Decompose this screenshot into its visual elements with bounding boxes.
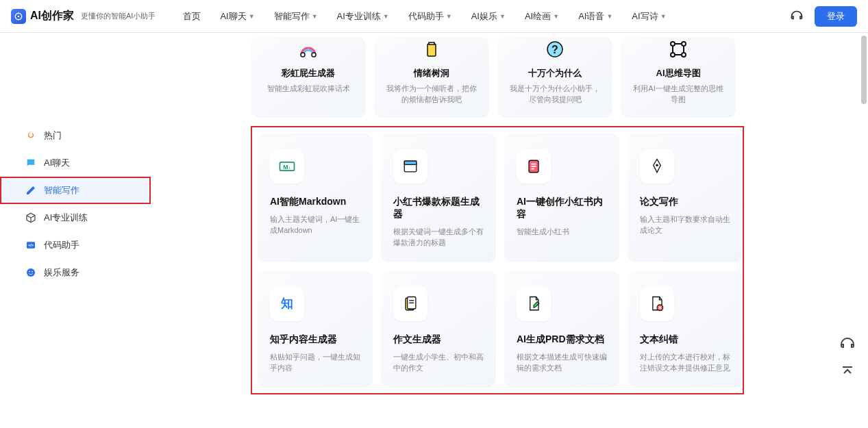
docpen-icon (517, 287, 551, 321)
chevron-down-icon: ▼ (312, 13, 318, 20)
card-title: 小红书爆款标题生成器 (393, 196, 484, 221)
svg-point-25 (656, 164, 658, 166)
sidebar-item-ai-chat[interactable]: AI聊天 (0, 149, 151, 177)
card-desc: 输入主题关键词，AI一键生成Markdown (270, 214, 360, 236)
scrollbar-thumb[interactable] (861, 36, 867, 104)
card-desc: 输入主题和字数要求自动生成论文 (640, 214, 730, 236)
card-ai-markdown[interactable]: M↓ AI智能Markdown 输入主题关键词，AI一键生成Markdown (258, 133, 373, 262)
logo-icon (11, 9, 26, 24)
card-desc: 利用AI一键生成完整的思维导图 (632, 84, 725, 105)
sidebar-item-label: 智能写作 (44, 184, 79, 197)
nav-label: 代码助手 (408, 10, 444, 23)
card-title: 情绪树洞 (385, 67, 478, 79)
svg-point-1 (18, 15, 19, 16)
chevron-down-icon: ▼ (499, 13, 506, 20)
svg-point-6 (32, 271, 33, 273)
card-desc: 一键生成小学生、初中和高中的作文 (393, 351, 484, 374)
cards-row-1: 彩虹屁生成器 智能生成彩虹屁吹捧话术 情绪树洞 我将作为一个倾听者，把你的烦恼都… (251, 37, 744, 118)
card-ai-prd[interactable]: AI生成PRD需求文档 根据文本描述生成可快速编辑的需求文档 (504, 270, 619, 388)
sidebar-item-label: 娱乐服务 (44, 266, 79, 279)
svg-point-4 (27, 268, 35, 277)
sidebar-item-code-helper[interactable]: </> 代码助手 (0, 231, 151, 259)
sidebar-item-smart-writing[interactable]: 智能写作 (0, 177, 151, 204)
nav-smart-writing[interactable]: 智能写作▼ (274, 10, 318, 23)
card-title: AI一键创作小红书内容 (517, 196, 607, 221)
logo-text: AI创作家 (30, 9, 74, 23)
svg-point-5 (29, 271, 30, 273)
nav-label: AI聊天 (220, 10, 246, 23)
note-icon (517, 149, 551, 184)
card-desc: 对上传的文本进行校对，标注错误文本并提供修正意见 (640, 351, 730, 374)
svg-point-14 (682, 42, 686, 46)
card-title: AI思维导图 (632, 67, 725, 79)
nav-label: 智能写作 (274, 10, 310, 23)
sidebar-item-label: 代码助手 (44, 239, 79, 251)
svg-point-13 (671, 42, 675, 46)
svg-rect-20 (404, 161, 417, 164)
nav-ai-voice[interactable]: AI语音▼ (578, 10, 612, 23)
nav-label: AI专业训练 (337, 10, 381, 23)
login-button[interactable]: 登录 (815, 6, 857, 27)
card-xiaohongshu-title[interactable]: 小红书爆款标题生成器 根据关键词一键生成多个有爆款潜力的标题 (381, 133, 496, 262)
header: AI创作家 更懂你的智能AI小助手 首页 AI聊天▼ 智能写作▼ AI专业训练▼… (0, 0, 868, 33)
sidebar-item-label: AI专业训练 (44, 212, 88, 224)
nav-label: 首页 (183, 10, 201, 23)
nav-ai-training[interactable]: AI专业训练▼ (337, 10, 389, 23)
smile-icon (25, 266, 37, 279)
card-xiaohongshu-content[interactable]: AI一键创作小红书内容 智能生成小红书 (504, 133, 619, 262)
card-title: 作文生成器 (393, 333, 484, 346)
svg-point-8 (312, 53, 316, 57)
chevron-down-icon: ▼ (446, 13, 452, 20)
card-rainbow-flattery[interactable]: 彩虹屁生成器 智能生成彩虹屁吹捧话术 (251, 37, 366, 118)
card-zhihu-content[interactable]: 知 知乎内容生成器 粘贴知乎问题，一键生成知乎内容 (258, 270, 373, 388)
card-desc: 我是十万个为什么小助手，尽管向我提问吧 (508, 84, 602, 105)
card-desc: 我将作为一个倾听者，把你的烦恼都告诉我吧 (385, 84, 478, 105)
headset-icon[interactable] (790, 10, 804, 23)
card-title: 十万个为什么 (508, 67, 602, 79)
card-title: 论文写作 (640, 196, 730, 208)
svg-point-15 (671, 53, 675, 57)
sidebar-item-hot[interactable]: 热门 (0, 122, 151, 149)
svg-rect-9 (427, 44, 436, 56)
chevron-down-icon: ▼ (553, 13, 559, 20)
nav-label: AI语音 (578, 10, 604, 23)
nav-code-helper[interactable]: 代码助手▼ (408, 10, 452, 23)
scrollbar[interactable] (861, 36, 867, 118)
svg-rect-10 (429, 42, 434, 45)
header-right: 登录 (790, 6, 857, 27)
card-text-correction[interactable]: 文本纠错 对上传的文本进行校对，标注错误文本并提供修正意见 (628, 270, 743, 388)
card-title: 彩虹屁生成器 (262, 67, 355, 79)
tagline: 更懂你的智能AI小助手 (81, 11, 156, 21)
fire-icon (25, 129, 37, 142)
back-to-top-icon[interactable] (839, 364, 856, 380)
svg-text:?: ? (551, 44, 558, 55)
card-title: AI智能Markdown (270, 196, 360, 208)
nav: 首页 AI聊天▼ 智能写作▼ AI专业训练▼ 代码助手▼ AI娱乐▼ AI绘画▼… (183, 10, 666, 23)
card-essay-generator[interactable]: 作文生成器 一键生成小学生、初中和高中的作文 (381, 270, 496, 388)
zhihu-icon: 知 (270, 287, 304, 321)
card-title: 文本纠错 (640, 333, 730, 346)
docx-icon (640, 287, 674, 321)
sidebar-item-ai-training[interactable]: AI专业训练 (0, 204, 151, 231)
nav-ai-chat[interactable]: AI聊天▼ (220, 10, 254, 23)
nav-home[interactable]: 首页 (183, 10, 201, 23)
nav-ai-entertainment[interactable]: AI娱乐▼ (471, 10, 506, 23)
nav-ai-painting[interactable]: AI绘画▼ (525, 10, 559, 23)
code-icon: </> (25, 239, 37, 251)
chevron-down-icon: ▼ (606, 13, 612, 20)
sidebar-item-entertainment[interactable]: 娱乐服务 (0, 259, 151, 286)
card-ai-mindmap[interactable]: AI思维导图 利用AI一键生成完整的思维导图 (621, 37, 736, 118)
nav-ai-poem[interactable]: AI写诗▼ (632, 10, 666, 23)
chat-icon (25, 157, 37, 169)
window-icon (393, 149, 427, 184)
headset-float-icon[interactable] (839, 336, 856, 353)
card-emotion-treehole[interactable]: 情绪树洞 我将作为一个倾听者，把你的烦恼都告诉我吧 (374, 37, 489, 118)
card-desc: 根据文本描述生成可快速编辑的需求文档 (517, 351, 607, 374)
logo-area[interactable]: AI创作家 (11, 9, 74, 24)
card-thesis-writing[interactable]: 论文写作 输入主题和字数要求自动生成论文 (628, 133, 743, 262)
pen-icon (640, 149, 674, 184)
rainbow-icon (296, 37, 321, 62)
card-desc: 智能生成小红书 (517, 226, 607, 238)
card-desc: 粘贴知乎问题，一键生成知乎内容 (270, 351, 360, 374)
card-100k-why[interactable]: ? 十万个为什么 我是十万个为什么小助手，尽管向我提问吧 (497, 37, 612, 118)
